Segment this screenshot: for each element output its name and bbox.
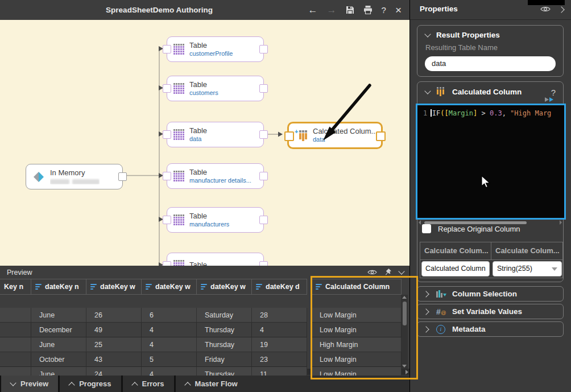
flow-canvas[interactable]: TablecustomerProfileTablecustomersTabled… xyxy=(0,20,409,266)
chevron-down-icon xyxy=(10,379,16,386)
preview-cell[interactable]: 19 xyxy=(252,337,307,352)
result-properties-header[interactable]: Result Properties xyxy=(417,26,563,39)
output-port[interactable] xyxy=(259,84,268,93)
node-title: Table xyxy=(189,261,207,266)
preview-cell[interactable]: 4 xyxy=(142,337,197,352)
input-port[interactable] xyxy=(163,45,171,53)
table-node-manufacturers[interactable]: Tablemanufacturers xyxy=(167,207,264,233)
back-icon[interactable]: ← xyxy=(308,5,318,15)
section-metadata[interactable]: iMetadata xyxy=(417,321,564,337)
collapse-panel-icon[interactable] xyxy=(398,268,404,274)
preview-cell[interactable]: Low Margin xyxy=(312,308,402,323)
chevron-down-icon xyxy=(552,267,557,274)
column-header-datekey-w[interactable]: dateKey w xyxy=(197,279,252,295)
calculated-column-icon: + xyxy=(295,129,308,142)
replace-original-column-label: Replace Original Column xyxy=(438,225,520,233)
preview-cell[interactable]: Thursday xyxy=(197,337,252,352)
column-header-datekey-n[interactable]: dateKey n xyxy=(31,279,86,295)
preview-cell[interactable]: 28 xyxy=(252,308,307,323)
preview-cell[interactable]: June xyxy=(31,337,86,352)
preview-cell[interactable]: Friday xyxy=(197,352,252,367)
preview-cell[interactable]: 5 xyxy=(142,352,197,367)
preview-cell[interactable]: High Margin xyxy=(312,337,402,352)
preview-cell[interactable]: 25 xyxy=(86,337,142,352)
node-subtitle: data xyxy=(189,135,207,143)
preview-vscrollbar[interactable] xyxy=(401,295,408,369)
column-header-datekey-d[interactable]: dateKey d xyxy=(252,279,307,295)
forward-icon[interactable]: → xyxy=(327,5,337,15)
preview-cell[interactable]: June xyxy=(31,308,86,323)
preview-cell[interactable]: 23 xyxy=(252,352,307,367)
tab-label: Progress xyxy=(79,379,111,388)
in-memory-node[interactable]: In Memory xyxy=(26,164,123,189)
resulting-table-name-input[interactable]: data xyxy=(425,56,556,71)
grid-header-name: Calculate Colum... xyxy=(420,242,491,259)
preview-cell[interactable]: Low Margin xyxy=(312,323,402,337)
preview-cell[interactable]: 49 xyxy=(86,323,142,337)
output-port[interactable] xyxy=(118,172,127,181)
table-node-customerProfile[interactable]: TablecustomerProfile xyxy=(167,36,264,62)
preview-cell[interactable]: Low Margin xyxy=(312,352,402,367)
column-header-datekey-w[interactable]: dateKey w xyxy=(86,279,142,295)
input-port[interactable] xyxy=(163,84,171,93)
column-header-datekey-w[interactable]: dateKey w xyxy=(142,279,197,295)
output-port[interactable] xyxy=(376,131,386,141)
preview-cell[interactable]: 26 xyxy=(86,308,142,323)
eye-icon[interactable] xyxy=(367,267,377,278)
input-port[interactable] xyxy=(163,216,171,224)
table-node-data[interactable]: Tabledata xyxy=(167,122,264,147)
help-icon[interactable]: ? xyxy=(382,6,386,14)
output-port[interactable] xyxy=(259,45,268,53)
preview-cell[interactable]: December xyxy=(31,323,86,337)
preview-cell[interactable]: 4 xyxy=(142,323,197,337)
preview-cell[interactable] xyxy=(0,323,31,337)
section-title: Result Properties xyxy=(436,31,500,39)
replace-original-column-checkbox[interactable] xyxy=(422,224,431,233)
table-node-partial[interactable]: Table xyxy=(167,253,264,266)
preview-cell[interactable]: 4 xyxy=(252,323,307,337)
preview-cell[interactable]: 6 xyxy=(142,308,197,323)
section-set-variable-values[interactable]: #@Set Variable Values xyxy=(417,304,564,319)
section-column-selection[interactable]: Column Selection xyxy=(417,286,564,302)
tab-preview[interactable]: Preview xyxy=(1,376,58,392)
preview-cell[interactable]: Saturday xyxy=(197,308,252,323)
output-port[interactable] xyxy=(259,172,268,180)
table-node-customers[interactable]: Tablecustomers xyxy=(167,76,264,101)
collapse-panel-icon[interactable] xyxy=(558,6,564,13)
output-port[interactable] xyxy=(259,261,268,266)
preview-cell[interactable] xyxy=(0,352,31,367)
filter-icon xyxy=(256,284,262,290)
preview-cell[interactable]: October xyxy=(31,352,86,367)
column-header-calculated-column[interactable]: Calculated Column xyxy=(312,279,402,295)
eye-icon[interactable] xyxy=(540,5,551,15)
preview-cell[interactable] xyxy=(0,308,31,323)
preview-cell[interactable]: 43 xyxy=(86,352,142,367)
output-port[interactable] xyxy=(259,130,268,139)
line-number: 1 xyxy=(423,109,427,117)
node-title: Table xyxy=(189,127,207,135)
save-icon[interactable] xyxy=(346,6,354,14)
node-subtitle: customers xyxy=(189,89,218,97)
preview-cell[interactable]: Thursday xyxy=(197,323,252,337)
tab-master-flow[interactable]: Master Flow xyxy=(176,376,409,392)
table-node-manufacturer details...[interactable]: Tablemanufacturer details... xyxy=(167,163,264,189)
chevron-down-icon xyxy=(424,31,431,37)
pin-icon[interactable] xyxy=(385,267,391,278)
tab-progress[interactable]: Progress xyxy=(60,376,121,392)
formula-editor[interactable]: 1IF([Margin] > 0.3, "High Marg xyxy=(416,104,566,220)
table-icon xyxy=(173,83,184,94)
input-port[interactable] xyxy=(163,172,171,180)
column-type-select[interactable]: String(255) xyxy=(493,261,562,277)
tab-errors[interactable]: Errors xyxy=(123,376,174,392)
columns-icon xyxy=(436,290,448,298)
input-port[interactable] xyxy=(163,130,171,139)
calculated-column-node[interactable]: + Calculated Colum... data xyxy=(287,122,383,149)
print-icon[interactable] xyxy=(363,6,373,14)
input-port[interactable] xyxy=(284,131,294,141)
input-port[interactable] xyxy=(163,261,171,266)
column-header-key-n[interactable]: Key n xyxy=(0,279,31,295)
preview-cell[interactable] xyxy=(0,337,31,352)
close-icon[interactable]: × xyxy=(395,5,402,15)
column-name-input[interactable]: Calculated Column xyxy=(421,261,490,277)
output-port[interactable] xyxy=(259,216,268,224)
